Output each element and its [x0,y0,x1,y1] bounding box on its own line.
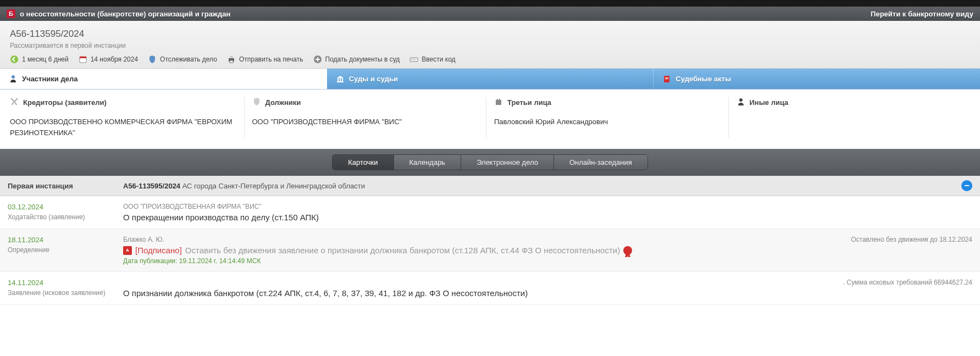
svg-point-19 [739,98,743,102]
person-dark-icon [737,97,745,108]
svg-point-9 [413,59,414,59]
entry-pubdate: Дата публикации: 19.11.2024 г. 14:14:49 … [123,257,972,265]
third-value[interactable]: Павловский Юрий Александрович [494,116,721,127]
seal-icon [623,246,632,255]
document-icon [662,75,671,84]
instance-label: Первая инстанция [8,182,123,190]
tab-participants-label: Участники дела [22,75,77,83]
minus-circle-icon: − [961,180,972,191]
back-arrow-icon [10,55,19,64]
subtab-edoc[interactable]: Электронное дело [461,155,554,170]
tab-acts[interactable]: Судебные акты [654,69,980,89]
entry-title[interactable]: О прекращении производства по делу (ст.1… [123,213,972,222]
track-case-button[interactable]: Отслеживать дело [148,55,217,64]
duration-info[interactable]: 1 месяц 6 дней [10,55,69,64]
svg-rect-2 [80,57,86,58]
entry-type: Заявление (исковое заявление) [8,289,118,297]
svg-rect-17 [665,77,668,78]
print-button[interactable]: Отправить на печать [227,55,303,64]
submit-docs-label: Подать документы в суд [325,55,400,63]
debtors-label: Должники [265,98,301,107]
svg-rect-13 [340,78,341,81]
goto-bankruptcy-view[interactable]: Перейти к банкротному виду [871,10,973,18]
print-label: Отправить на печать [239,55,303,63]
entry-title-gray[interactable]: Оставить без движения заявление о призна… [185,246,620,255]
bankruptcy-badge: Б [7,9,15,18]
header-title: о несостоятельности (банкротстве) органи… [20,10,230,18]
person-icon [9,74,18,83]
entry-right-note: Оставлено без движения до 18.12.2024 [851,236,972,243]
enter-code-label: Ввести код [422,55,455,63]
date-info[interactable]: 14 ноября 2024 [79,55,138,64]
entry-signed: [Подписано] [135,246,182,255]
other-label: Иные лица [750,98,789,107]
printer-icon [227,55,236,64]
svg-point-10 [415,59,416,59]
subtab-calendar[interactable]: Календарь [394,155,462,170]
entry-author: Блажко А. Ю. [123,236,972,243]
creditors-label: Кредиторы (заявители) [23,98,107,107]
court-icon [336,75,345,84]
svg-rect-4 [230,56,233,58]
svg-rect-18 [665,79,668,79]
entry-type: Ходатайство (заявление) [8,213,118,221]
debtors-value[interactable]: ООО "ПРОИЗВОДСТВЕННАЯ ФИРМА "ВИС" [252,116,479,127]
entry-type: Определение [8,246,118,254]
svg-rect-7 [410,58,418,62]
castle-icon [494,97,503,108]
subtab-online[interactable]: Онлайн-заседания [554,155,647,170]
shield-gray-icon [252,97,261,108]
entry-right-note: . Сумма исковых требований 66944627,24 [843,279,972,286]
entry-row: 14.11.2024 Заявление (исковое заявление)… [0,272,980,305]
plus-circle-icon [313,55,322,64]
track-case-label: Отслеживать дело [160,55,217,63]
svg-rect-14 [342,78,343,81]
pdf-icon[interactable]: A [123,246,132,255]
instance-caseno: А56-113595/2024 [123,182,180,190]
enter-code-button[interactable]: Ввести код [409,55,455,64]
svg-point-11 [12,75,15,79]
third-label: Третьи лица [507,98,551,107]
entry-title[interactable]: О признании должника банкротом (ст.224 А… [123,288,972,298]
svg-point-0 [10,55,18,63]
svg-rect-5 [230,60,233,63]
tab-courts[interactable]: Суды и судьи [327,69,654,89]
entry-date: 18.11.2024 [8,236,118,244]
swords-icon [10,97,19,108]
duration-text: 1 месяц 6 дней [22,55,69,63]
collapse-button[interactable]: − [961,180,972,191]
instance-court: АС города Санкт-Петербурга и Ленинградск… [180,182,365,190]
submit-docs-button[interactable]: Подать документы в суд [313,55,400,64]
case-number: А56-113595/2024 [10,29,970,40]
svg-point-8 [412,59,412,59]
tab-participants[interactable]: Участники дела [0,69,327,89]
entry-date: 03.12.2024 [8,203,118,211]
keyboard-icon [409,55,418,64]
entry-date: 14.11.2024 [8,279,118,287]
entry-row: 03.12.2024 Ходатайство (заявление) ООО "… [0,196,980,229]
tab-acts-label: Судебные акты [676,75,731,83]
shield-icon [148,55,157,64]
calendar-icon [79,55,87,64]
creditors-value[interactable]: ООО ПРОИЗВОДСТВЕННО КОММЕРЧЕСКАЯ ФИРМА "… [10,116,236,138]
entry-author: ООО "ПРОИЗВОДСТВЕННАЯ ФИРМА "ВИС" [123,203,972,210]
svg-rect-15 [337,81,344,82]
entry-row: 18.11.2024 Определение Оставлено без дви… [0,229,980,272]
svg-rect-12 [337,78,339,81]
case-status: Рассматривается в первой инстанции [10,42,970,49]
date-text: 14 ноября 2024 [91,55,138,63]
tab-courts-label: Суды и судьи [349,75,398,83]
subtab-cards[interactable]: Карточки [333,155,394,170]
